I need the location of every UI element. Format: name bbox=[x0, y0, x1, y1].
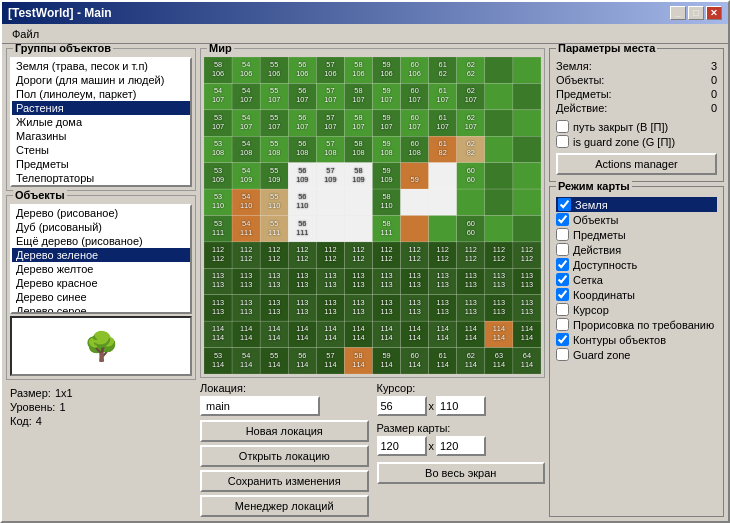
menu-file[interactable]: Файл bbox=[6, 27, 45, 41]
group-item-6[interactable]: Стены bbox=[12, 143, 190, 157]
path-closed-checkbox[interactable] bbox=[556, 120, 569, 133]
map-canvas[interactable] bbox=[204, 57, 541, 374]
cursor-section: Курсор: x Размер карты: x Во весь экран bbox=[377, 382, 546, 517]
menu-bar: Файл bbox=[2, 24, 728, 44]
objects-label: Объекты bbox=[13, 189, 67, 201]
mode-row-6: Координаты bbox=[556, 287, 717, 302]
mode-row-1: Объекты bbox=[556, 212, 717, 227]
left-panel: Группы объектов Земля (трава, песок и т.… bbox=[6, 48, 196, 517]
group-item-1[interactable]: Дороги (для машин и людей) bbox=[12, 73, 190, 87]
param-name-3: Действие: bbox=[556, 102, 607, 114]
objects-listbox[interactable]: Дерево (рисованое) Дуб (рисованый) Ещё д… bbox=[10, 204, 192, 314]
mode-label-6: Координаты bbox=[573, 289, 635, 301]
object-item-4[interactable]: Дерево желтое bbox=[12, 262, 190, 276]
mode-row-7: Курсор bbox=[556, 302, 717, 317]
map-size-y-input[interactable] bbox=[436, 436, 486, 456]
size-row: Размер: 1x1 bbox=[10, 386, 192, 400]
mode-checkbox-9[interactable] bbox=[556, 333, 569, 346]
map-area[interactable] bbox=[204, 57, 541, 374]
checkbox-row-1: is guard zone (G [П]) bbox=[556, 134, 717, 149]
params-label: Параметры места bbox=[556, 44, 657, 54]
location-input[interactable] bbox=[200, 396, 320, 416]
mode-row-2: Предметы bbox=[556, 227, 717, 242]
minimize-button[interactable]: _ bbox=[670, 6, 686, 20]
group-item-3[interactable]: Растения bbox=[12, 101, 190, 115]
world-label: Мир bbox=[207, 44, 234, 54]
path-closed-label: путь закрыт (В [П]) bbox=[573, 121, 668, 133]
param-value-1: 0 bbox=[697, 74, 717, 86]
center-panel: Мир Локация: Новая локация Открыть локац… bbox=[200, 48, 545, 517]
cursor-x-label: x bbox=[429, 400, 435, 412]
mode-row-0-selected[interactable]: Земля bbox=[556, 197, 717, 212]
actions-manager-button[interactable]: Actions manager bbox=[556, 153, 717, 175]
map-mode-group: Режим карты Земля Объекты Предметы Дейст… bbox=[549, 186, 724, 517]
objects-panel: Объекты Дерево (рисованое) Дуб (рисованы… bbox=[6, 195, 196, 380]
group-item-5[interactable]: Магазины bbox=[12, 129, 190, 143]
mode-checkbox-2[interactable] bbox=[556, 228, 569, 241]
cursor-y-input[interactable] bbox=[436, 396, 486, 416]
title-bar-buttons: _ □ ✕ bbox=[670, 6, 722, 20]
guard-zone-checkbox[interactable] bbox=[556, 135, 569, 148]
location-label: Локация: bbox=[200, 382, 369, 394]
location-section: Локация: Новая локация Открыть локацию С… bbox=[200, 382, 369, 517]
object-info: Размер: 1x1 Уровень: 1 Код: 4 bbox=[6, 384, 196, 430]
groups-listbox[interactable]: Земля (трава, песок и т.п) Дороги (для м… bbox=[10, 57, 192, 187]
object-item-1[interactable]: Дуб (рисованый) bbox=[12, 220, 190, 234]
mode-checkbox-10[interactable] bbox=[556, 348, 569, 361]
object-item-7[interactable]: Дерево серое bbox=[12, 304, 190, 314]
param-name-0: Земля: bbox=[556, 60, 592, 72]
group-item-7[interactable]: Предметы bbox=[12, 157, 190, 171]
groups-label: Группы объектов bbox=[13, 44, 113, 54]
mode-checkbox-1[interactable] bbox=[556, 213, 569, 226]
object-item-3[interactable]: Дерево зеленое bbox=[12, 248, 190, 262]
maximize-button[interactable]: □ bbox=[688, 6, 704, 20]
object-item-2[interactable]: Ещё дерево (рисованое) bbox=[12, 234, 190, 248]
param-value-0: 3 bbox=[697, 60, 717, 72]
object-item-0[interactable]: Дерево (рисованое) bbox=[12, 206, 190, 220]
groups-panel: Группы объектов Земля (трава, песок и т.… bbox=[6, 48, 196, 191]
mode-checkbox-4[interactable] bbox=[556, 258, 569, 271]
group-item-8[interactable]: Телепортаторы bbox=[12, 171, 190, 185]
group-item-2[interactable]: Пол (линолеум, паркет) bbox=[12, 87, 190, 101]
close-button[interactable]: ✕ bbox=[706, 6, 722, 20]
code-value: 4 bbox=[36, 415, 42, 427]
param-name-2: Предметы: bbox=[556, 88, 612, 100]
map-size-x-input[interactable] bbox=[377, 436, 427, 456]
mode-checkbox-6[interactable] bbox=[556, 288, 569, 301]
window-title: [TestWorld] - Main bbox=[8, 6, 112, 20]
guard-zone-label: is guard zone (G [П]) bbox=[573, 136, 675, 148]
mode-checkbox-0[interactable] bbox=[558, 198, 571, 211]
new-location-button[interactable]: Новая локация bbox=[200, 420, 369, 442]
fullscreen-button[interactable]: Во весь экран bbox=[377, 462, 546, 484]
mode-row-9: Контуры объектов bbox=[556, 332, 717, 347]
location-buttons: Новая локация Открыть локацию Сохранить … bbox=[200, 420, 369, 517]
location-manager-button[interactable]: Менеджер локаций bbox=[200, 495, 369, 517]
mode-row-4: Доступность bbox=[556, 257, 717, 272]
param-name-1: Объекты: bbox=[556, 74, 604, 86]
save-changes-button[interactable]: Сохранить изменения bbox=[200, 470, 369, 492]
open-location-button[interactable]: Открыть локацию bbox=[200, 445, 369, 467]
mode-label-7: Курсор bbox=[573, 304, 609, 316]
param-row-1: Объекты: 0 bbox=[556, 73, 717, 87]
group-item-0[interactable]: Земля (трава, песок и т.п) bbox=[12, 59, 190, 73]
title-bar: [TestWorld] - Main _ □ ✕ bbox=[2, 2, 728, 24]
fullscreen-container: Во весь экран bbox=[377, 462, 546, 484]
object-item-5[interactable]: Дерево красное bbox=[12, 276, 190, 290]
group-item-4[interactable]: Жилые дома bbox=[12, 115, 190, 129]
mode-checkbox-3[interactable] bbox=[556, 243, 569, 256]
params-group: Параметры места Земля: 3 Объекты: 0 Пред… bbox=[549, 48, 724, 182]
cursor-label: Курсор: bbox=[377, 382, 546, 394]
mode-checkbox-8[interactable] bbox=[556, 318, 569, 331]
map-size-label: Размер карты: bbox=[377, 422, 546, 434]
tree-preview-icon: 🌳 bbox=[84, 330, 119, 363]
size-label: Размер: bbox=[10, 387, 51, 399]
center-bottom: Локация: Новая локация Открыть локацию С… bbox=[200, 382, 545, 517]
mode-checkbox-5[interactable] bbox=[556, 273, 569, 286]
mode-row-10: Guard zone bbox=[556, 347, 717, 362]
main-window: [TestWorld] - Main _ □ ✕ Файл Группы объ… bbox=[0, 0, 730, 523]
main-content: Группы объектов Земля (трава, песок и т.… bbox=[2, 44, 728, 521]
param-value-3: 0 bbox=[697, 102, 717, 114]
cursor-x-input[interactable] bbox=[377, 396, 427, 416]
mode-checkbox-7[interactable] bbox=[556, 303, 569, 316]
object-item-6[interactable]: Дерево синее bbox=[12, 290, 190, 304]
